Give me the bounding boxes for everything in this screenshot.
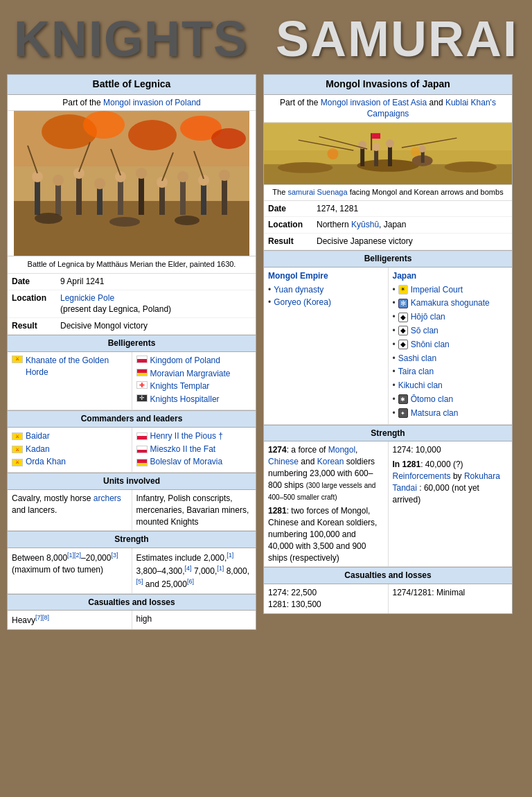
svg-point-11 [53,175,64,186]
japan-title: Mongol Invasions of Japan [264,75,512,95]
kikuchi-link[interactable]: Kikuchi clan [398,380,443,392]
japan-date-row: Date 1274, 1281 [264,201,512,218]
baidar-item: ⚔ Baidar [12,430,127,442]
mongol-1281-strength: 1281: two forces of Mongol, Chinese and … [268,505,384,563]
legnica-infobox: Battle of Legnica Part of the Mongol inv… [7,74,256,630]
samurai-image [264,123,512,185]
units-header: Units involved [8,473,256,490]
hospitaller-link[interactable]: Knights Hospitaller [150,394,220,405]
svg-point-23 [177,171,188,182]
east-asia-link[interactable]: Mongol invasion of East Asia [321,98,427,107]
yuan-bullet: • [268,284,271,296]
poland-flag [136,356,148,363]
kadan-flag: ⚔ [12,446,23,453]
svg-rect-56 [371,133,372,150]
kadan-link[interactable]: Kadan [26,444,50,455]
mongol-1281-casualties: 1281: 130,500 [268,599,384,611]
goryeo-link[interactable]: Goryeo (Korea) [274,297,331,308]
svg-point-4 [128,120,177,150]
japan-date-label: Date [268,203,317,215]
yuan-dynasty-link[interactable]: Yuan dynasty [274,284,323,296]
chinese-link[interactable]: Chinese [268,457,299,466]
mongol-invasion-link[interactable]: Mongol invasion of Poland [103,98,201,107]
matsura-link[interactable]: Matsura clan [411,408,459,419]
orda-item: ⚔ Orda Khan [12,456,127,468]
polish-casualties-col: high [132,611,256,629]
japan-casualties-row: 1274: 22,500 1281: 130,500 1274/1281: Mi… [264,584,512,613]
templar-link[interactable]: Knights Templar [150,380,210,392]
subtitle-prefix2: Part of the [280,98,321,107]
knights-title: KNIGHTS [14,10,248,67]
svg-point-33 [35,213,62,224]
so-link[interactable]: Sō clan [411,325,438,337]
hojo-bullet: • [393,311,396,323]
japan-belligerents-header: Belligerents [264,250,512,268]
matsura-bullet: • [393,408,396,419]
mieszko-flag [136,446,148,453]
boleslav-link[interactable]: Boleslav of Moravia [150,456,223,468]
kamakura-link[interactable]: Kamakura shogunate [411,297,490,309]
samurai-link[interactable]: samurai Suenaga [287,188,347,196]
henry-flag [136,432,148,440]
imperial-court-item: • ☀ Imperial Court [393,284,508,296]
kamakura-item: • ✻ Kamakura shogunate [393,297,508,309]
svg-rect-57 [372,133,380,139]
sashi-bullet: • [393,353,396,365]
orda-link[interactable]: Orda Khan [26,456,66,468]
mongol-link[interactable]: Mongol [328,445,355,455]
horse-archers-link[interactable]: archers [94,493,121,503]
otomo-link[interactable]: Ōtomo clan [411,394,453,405]
content-area: Battle of Legnica Part of the Mongol inv… [0,74,532,630]
imperial-court-link[interactable]: Imperial Court [411,284,463,296]
result-value: Decisive Mongol victory [60,320,251,332]
svg-rect-42 [360,147,364,166]
polish-strength-text: Estimates include 2,000,[1] 3,800–4,300,… [136,553,250,589]
legnickie-pole-link[interactable]: Legnickie Pole [60,293,114,303]
kyushu-link[interactable]: Kyūshū [351,220,379,229]
japan-strength-row: 1274: a force of Mongol, Chinese and Kor… [264,441,512,567]
location-suffix: (present day Legnica, Poland) [60,304,171,314]
poland-link[interactable]: Kingdom of Poland [150,355,220,367]
svg-point-27 [219,170,230,181]
golden-horde-link[interactable]: Khanate of the Golden Horde [26,355,127,378]
svg-point-6 [211,128,246,149]
mongol-empire-col: Mongol Empire • Yuan dynasty • Goryeo (K… [264,268,389,424]
mieszko-item: Mieszko II the Fat [136,444,252,455]
date-value: 9 April 1241 [60,276,251,288]
mieszko-link[interactable]: Mieszko II the Fat [150,444,216,455]
units-row: Cavalry, mostly horse archers and lancer… [8,490,256,531]
mongol-commanders-col: ⚔ Baidar ⚔ Kadan ⚔ Orda Khan [8,428,132,472]
sashi-link[interactable]: Sashi clan [398,353,436,365]
result-row: Result Decisive Mongol victory [8,318,256,335]
korean-link[interactable]: Korean [317,457,344,466]
hojo-link[interactable]: Hōjō clan [411,311,445,323]
location-row: Location Legnickie Pole (present day Leg… [8,290,256,319]
reinforcements-link[interactable]: Reinforcements [393,471,451,481]
mongol-strength-col: Between 8,000[1][2]–20,000[3] (maximum o… [8,548,132,593]
moravia-link[interactable]: Moravian Margraviate [150,368,231,380]
shoni-bullet: • [393,339,396,351]
golden-horde-flag: ⚔ [12,356,23,363]
taira-item: • Taira clan [393,366,508,378]
svg-rect-46 [388,146,392,166]
goryeo-item: • Goryeo (Korea) [268,297,384,308]
japan-clans-col: Japan • ☀ Imperial Court • ✻ Kamakura sh… [389,268,513,424]
mongol-units-text: Cavalry, mostly horse archers and lancer… [12,493,121,515]
japan-date-value: 1274, 1281 [317,203,508,215]
hospitaller-flag: ✛ [136,394,148,402]
baidar-link[interactable]: Baidar [26,430,50,442]
imperial-court-badge: ☀ [398,285,408,295]
hojo-item: • ◆ Hōjō clan [393,311,508,323]
shoni-badge: ◆ [398,340,408,349]
shoni-link[interactable]: Shōni clan [411,339,450,351]
svg-point-55 [419,146,426,152]
svg-rect-44 [374,149,378,166]
svg-point-51 [327,148,338,159]
goryeo-bullet: • [268,297,271,308]
belligerents-row: ⚔ Khanate of the Golden Horde Kingdom of… [8,352,256,410]
taira-link[interactable]: Taira clan [398,366,434,378]
kadan-item: ⚔ Kadan [12,444,127,455]
henry-link[interactable]: Henry II the Pious † [150,430,223,442]
subtitle-prefix: Part of the [62,98,103,107]
battle-caption: Battle of Legnica by Matthäus Merian the… [8,256,256,273]
